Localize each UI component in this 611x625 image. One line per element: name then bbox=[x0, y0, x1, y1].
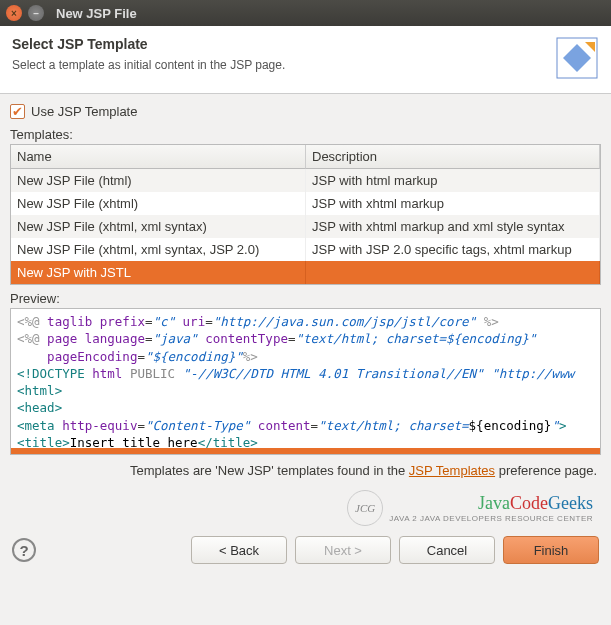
wizard-icon bbox=[555, 36, 599, 83]
button-bar: ? < Back Next > Cancel Finish bbox=[0, 526, 611, 574]
jsp-templates-link[interactable]: JSP Templates bbox=[409, 463, 495, 478]
table-row[interactable]: New JSP File (xhtml, xml syntax) JSP wit… bbox=[11, 215, 600, 238]
page-title: Select JSP Template bbox=[12, 36, 285, 52]
table-header: Name Description bbox=[11, 145, 600, 169]
back-button[interactable]: < Back bbox=[191, 536, 287, 564]
logo-badge-icon: JCG bbox=[347, 490, 383, 526]
templates-table: Name Description New JSP File (html) JSP… bbox=[10, 144, 601, 285]
java-code-geeks-logo: JCG JavaCodeGeeks JAVA 2 JAVA DEVELOPERS… bbox=[347, 490, 593, 526]
table-row[interactable]: New JSP File (xhtml) JSP with xhtml mark… bbox=[11, 192, 600, 215]
preview-scrollbar[interactable] bbox=[11, 448, 600, 454]
use-template-checkbox-row: ✔ Use JSP Template bbox=[10, 104, 601, 119]
column-header-description[interactable]: Description bbox=[306, 145, 600, 169]
preview-pane[interactable]: <%@ taglib prefix="c" uri="http://java.s… bbox=[10, 308, 601, 455]
preview-label: Preview: bbox=[10, 291, 601, 306]
use-template-label: Use JSP Template bbox=[31, 104, 137, 119]
window-title: New JSP File bbox=[56, 6, 137, 21]
logo-area: JCG JavaCodeGeeks JAVA 2 JAVA DEVELOPERS… bbox=[0, 478, 611, 526]
page-subtitle: Select a template as initial content in … bbox=[12, 58, 285, 72]
cancel-button[interactable]: Cancel bbox=[399, 536, 495, 564]
column-header-name[interactable]: Name bbox=[11, 145, 306, 169]
footer-note: Templates are 'New JSP' templates found … bbox=[10, 463, 597, 478]
next-button: Next > bbox=[295, 536, 391, 564]
table-row[interactable]: New JSP File (html) JSP with html markup bbox=[11, 169, 600, 192]
wizard-header: Select JSP Template Select a template as… bbox=[0, 26, 611, 94]
table-row[interactable]: New JSP File (xhtml, xml syntax, JSP 2.0… bbox=[11, 238, 600, 261]
help-button[interactable]: ? bbox=[12, 538, 36, 562]
svg-marker-1 bbox=[563, 44, 591, 72]
finish-button[interactable]: Finish bbox=[503, 536, 599, 564]
templates-label: Templates: bbox=[10, 127, 601, 142]
table-row-selected[interactable]: New JSP with JSTL bbox=[11, 261, 600, 284]
use-template-checkbox[interactable]: ✔ bbox=[10, 104, 25, 119]
title-bar: × – New JSP File bbox=[0, 0, 611, 26]
window-close-button[interactable]: × bbox=[6, 5, 22, 21]
window-minimize-button[interactable]: – bbox=[28, 5, 44, 21]
